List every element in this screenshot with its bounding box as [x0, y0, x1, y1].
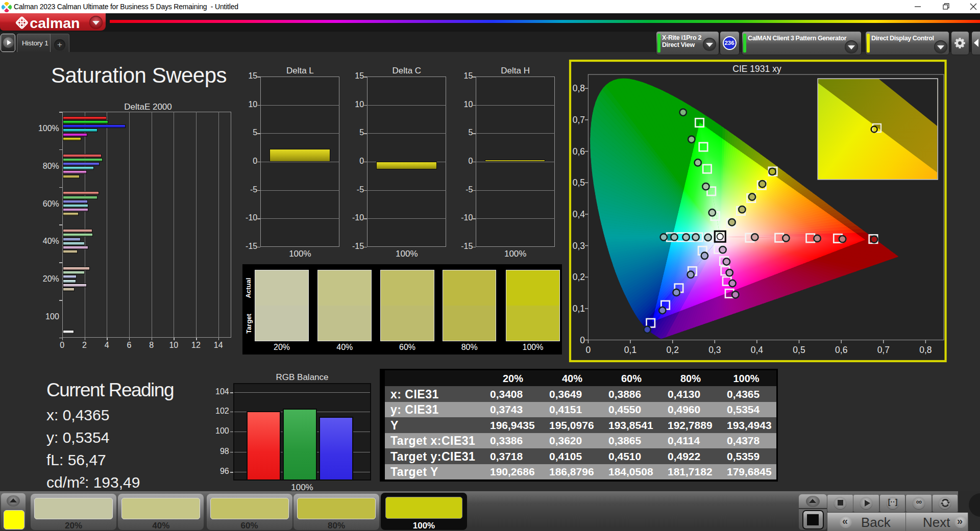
svg-text:0,7: 0,7 [877, 345, 890, 355]
svg-text:0,6: 0,6 [835, 345, 847, 355]
svg-text:0: 0 [586, 345, 591, 355]
svg-text:0: 0 [580, 335, 585, 345]
svg-text:0,4: 0,4 [751, 345, 764, 355]
svg-text:0,5: 0,5 [573, 178, 585, 188]
svg-text:0,5: 0,5 [793, 345, 805, 355]
svg-text:0,3: 0,3 [573, 241, 585, 251]
svg-text:CIE 1931 xy: CIE 1931 xy [732, 64, 781, 74]
svg-text:0,3: 0,3 [708, 345, 721, 355]
svg-text:0,7: 0,7 [573, 115, 585, 125]
svg-text:0,2: 0,2 [573, 272, 585, 282]
svg-text:0,6: 0,6 [573, 146, 585, 157]
svg-text:0,8: 0,8 [573, 83, 585, 93]
svg-text:0,8: 0,8 [919, 345, 932, 355]
svg-text:0,1: 0,1 [624, 345, 636, 355]
svg-text:0,4: 0,4 [573, 209, 585, 219]
svg-text:0,1: 0,1 [573, 304, 585, 314]
svg-text:0,2: 0,2 [667, 345, 679, 355]
